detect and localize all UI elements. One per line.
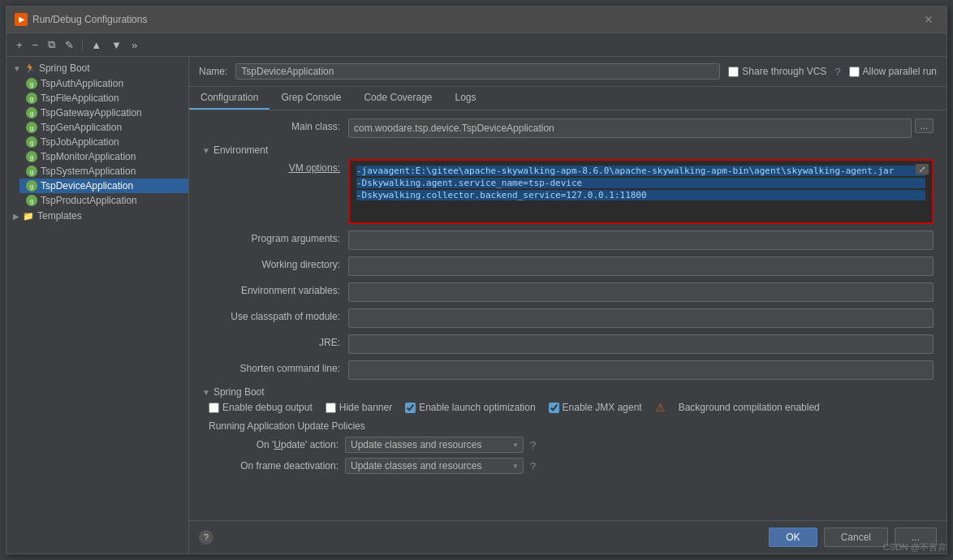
allow-parallel-label[interactable]: Allow parallel run [849,66,937,77]
footer-right: OK Cancel ... [769,528,937,547]
on-frame-help-icon[interactable]: ? [530,460,536,472]
spring-boot-label: Spring Boot [39,62,90,74]
app-icon: g [26,93,37,104]
program-args-label: Program arguments: [202,230,348,244]
program-args-input[interactable] [348,230,934,250]
ok-button[interactable]: OK [769,528,817,547]
hide-banner-checkbox[interactable] [326,403,336,413]
vm-options-box[interactable]: -javaagent:E:\gitee\apache-skywalking-ap… [348,159,934,224]
run-debug-dialog: ▶ Run/Debug Configurations ✕ + − ⧉ ✎ ▲ ▼… [6,6,947,554]
sidebar-item-tspdeviceapplication[interactable]: g TspDeviceApplication [19,179,188,193]
sidebar-item-label: TspJobApplication [41,136,119,148]
tree-expand-arrow: ▶ [13,212,19,221]
on-update-label: On 'Update' action: [209,439,339,450]
vm-line-2: -Dskywalking.agent.service_name=tsp-devi… [356,178,925,188]
debug-output-checkbox[interactable] [209,403,219,413]
footer-help-icon[interactable]: ? [199,530,213,545]
jmx-agent-text: Enable JMX agent [563,402,642,413]
working-dir-row: Working directory: [202,256,934,276]
bg-compilation-text: Background compilation enabled [679,402,820,413]
tab-code-coverage[interactable]: Code Coverage [352,87,443,110]
footer: ? OK Cancel ... [189,520,947,554]
share-vcs-checkbox[interactable] [728,67,739,77]
sidebar-templates[interactable]: ▶ 📁 Templates [6,208,188,224]
app-icon: g [26,136,37,148]
jre-row: JRE: [202,334,934,354]
vm-expand-button[interactable]: ⤢ [916,164,929,174]
remove-button[interactable]: − [29,37,42,53]
sidebar-item-tspproductapplication[interactable]: g TspProductApplication [19,193,188,208]
sidebar-item-tspsystemapplication[interactable]: g TspSystemApplication [19,164,188,179]
jmx-agent-checkbox[interactable] [549,403,559,413]
dialog-icon: ▶ [15,13,28,26]
sidebar-item-tspgatewayapplication[interactable]: g TspGatewayApplication [19,106,188,120]
app-icon: g [26,166,37,177]
jmx-agent-label[interactable]: Enable JMX agent [549,402,642,413]
copy-button[interactable]: ⧉ [45,37,58,53]
env-vars-input[interactable] [348,282,934,302]
allow-parallel-checkbox[interactable] [849,67,860,77]
title-bar: ▶ Run/Debug Configurations ✕ [6,6,947,33]
spring-boot-collapse-icon: ▼ [202,388,210,397]
toolbar: + − ⧉ ✎ ▲ ▼ » [6,33,947,57]
move-down-button[interactable]: ▼ [108,37,125,53]
name-input[interactable] [235,63,720,80]
more-button[interactable]: » [128,37,140,53]
vm-line-1: -javaagent:E:\gitee\apache-skywalking-ap… [356,166,925,176]
header-right: Share through VCS ? Allow parallel run [728,66,937,78]
on-frame-select[interactable]: Update classes and resources [345,458,524,474]
share-vcs-text: Share through VCS [742,66,826,77]
vm-options-label: VM options: [202,159,348,174]
hide-banner-label[interactable]: Hide banner [326,402,392,413]
tab-grep-console[interactable]: Grep Console [270,87,352,110]
launch-opt-label[interactable]: Enable launch optimization [405,402,535,413]
spring-boot-folder-icon: 🏃 [24,63,36,74]
shorten-cmd-label: Shorten command line: [202,360,348,374]
sidebar-item-tspauthapplication[interactable]: g TspAuthApplication [19,76,188,91]
shorten-cmd-input[interactable] [348,360,934,380]
environment-section: ▼ Environment [202,144,934,156]
debug-output-text: Enable debug output [222,402,313,413]
dialog-title: Run/Debug Configurations [32,14,147,25]
sidebar-children: g TspAuthApplication g TspFileApplicatio… [6,76,188,208]
sidebar-item-tspjobapplication[interactable]: g TspJobApplication [19,135,188,149]
debug-output-label[interactable]: Enable debug output [209,402,313,413]
allow-parallel-text: Allow parallel run [863,66,937,77]
on-update-select[interactable]: Update classes and resources [345,437,524,453]
running-app-section: Running Application Update Policies On '… [209,420,934,474]
working-dir-input[interactable] [348,256,934,276]
main-class-input[interactable] [348,118,912,138]
jre-input[interactable] [348,334,934,354]
tab-logs[interactable]: Logs [444,87,488,110]
name-bar: Name: Share through VCS ? Allow parallel… [189,57,947,87]
close-button[interactable]: ✕ [919,11,938,28]
on-update-help-icon[interactable]: ? [530,439,536,451]
cancel-button[interactable]: Cancel [824,528,888,547]
sidebar-spring-boot-parent[interactable]: ▼ 🏃 Spring Boot [6,60,188,76]
templates-folder-icon: 📁 [23,211,34,222]
add-button[interactable]: + [13,37,26,53]
sidebar-item-tspmonitorapplication[interactable]: g TspMonitorApplication [19,149,188,164]
tab-configuration[interactable]: Configuration [189,87,270,110]
share-vcs-label[interactable]: Share through VCS [728,66,826,77]
env-collapse-icon: ▼ [202,146,210,155]
app-icon: g [26,180,37,192]
vm-options-row: VM options: -javaagent:E:\gitee\apache-s… [202,159,934,224]
share-vcs-help-icon[interactable]: ? [834,66,840,78]
sidebar-item-tspfileapplication[interactable]: g TspFileApplication [19,91,188,106]
spring-boot-section: ▼ 🏃 Spring Boot g TspAuthApplication g T… [6,60,188,208]
sidebar-item-tspgenapplication[interactable]: g TspGenApplication [19,120,188,135]
app-icon: g [26,107,37,118]
edit-button[interactable]: ✎ [62,37,77,53]
on-frame-select-wrapper: Update classes and resources [345,458,524,474]
sidebar-item-label: TspDeviceApplication [41,180,133,192]
environment-label: Environment [213,144,268,156]
sidebar: ▼ 🏃 Spring Boot g TspAuthApplication g T… [6,57,189,554]
classpath-input[interactable] [348,308,934,328]
spring-boot-section-header: ▼ Spring Boot [202,386,934,398]
move-up-button[interactable]: ▲ [88,37,105,53]
launch-opt-checkbox[interactable] [405,403,416,413]
main-class-browse-button[interactable]: ... [915,118,934,133]
more-options-button[interactable]: ... [895,528,937,547]
classpath-label: Use classpath of module: [202,308,348,322]
